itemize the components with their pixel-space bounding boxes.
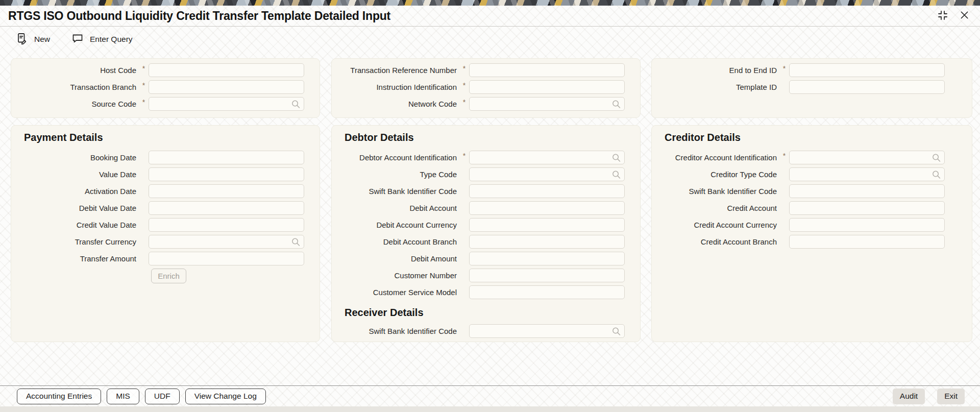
panel-header-right: End to End ID * Template ID	[651, 58, 972, 118]
host-code-label: Host Code	[11, 66, 139, 75]
transaction-reference-number-input[interactable]	[469, 63, 625, 77]
host-code-input[interactable]	[149, 63, 304, 77]
network-code-search-icon[interactable]	[611, 99, 621, 109]
view-change-log-button[interactable]: View Change Log	[185, 389, 266, 404]
instruction-identification-input[interactable]	[469, 80, 625, 94]
field-debit-account-branch: Debit Account Branch	[332, 235, 640, 249]
accounting-entries-button[interactable]: Accounting Entries	[17, 389, 101, 404]
network-code-label: Network Code	[332, 100, 459, 108]
field-transaction-branch: Transaction Branch *	[11, 80, 320, 94]
transfer-currency-input[interactable]	[149, 235, 304, 249]
transfer-amount-input[interactable]	[149, 252, 304, 265]
restore-icon	[937, 9, 949, 23]
source-code-label: Source Code	[11, 100, 139, 108]
debit-account-currency-input[interactable]	[469, 218, 625, 232]
exit-button[interactable]: Exit	[937, 389, 965, 404]
field-credit-account-currency: Credit Account Currency	[652, 218, 972, 232]
transfer-currency-label: Transfer Currency	[11, 237, 139, 246]
credit-account-input[interactable]	[789, 201, 945, 215]
source-code-input[interactable]	[149, 97, 304, 111]
debtor-details-title: Debtor Details	[345, 126, 640, 151]
creditor-account-identification-label: Creditor Account Identification	[652, 153, 779, 162]
page-title: RTGS ISO Outbound Liquidity Credit Trans…	[8, 9, 390, 23]
value-date-input[interactable]	[149, 167, 304, 181]
new-button-label: New	[34, 35, 50, 44]
debit-value-date-input[interactable]	[149, 201, 304, 215]
required-marker: *	[459, 98, 469, 106]
template-id-input[interactable]	[789, 80, 945, 94]
debtor-account-identification-label: Debtor Account Identification	[332, 153, 459, 162]
debit-account-branch-input[interactable]	[469, 235, 625, 249]
field-credit-account: Credit Account	[652, 201, 972, 215]
field-host-code: Host Code *	[11, 63, 320, 77]
window-controls	[936, 9, 971, 22]
debit-amount-label: Debit Amount	[332, 254, 459, 263]
decorative-banner	[0, 0, 980, 6]
mis-button[interactable]: MIS	[107, 389, 139, 404]
enter-query-label: Enter Query	[90, 35, 133, 44]
creditor-swift-bank-identifier-code-label: Swift Bank Identifier Code	[652, 187, 779, 196]
creditor-type-code-input[interactable]	[789, 167, 945, 181]
field-debit-amount: Debit Amount	[332, 252, 640, 265]
transfer-currency-search-icon[interactable]	[291, 237, 301, 247]
type-code-input[interactable]	[469, 167, 625, 181]
enrich-button[interactable]: Enrich	[151, 269, 186, 283]
field-end-to-end-id: End to End ID *	[652, 63, 972, 77]
enter-query-button[interactable]: Enter Query	[71, 32, 133, 46]
required-marker: *	[139, 64, 149, 72]
receiver-swift-bank-identifier-code-search-icon[interactable]	[611, 326, 621, 336]
audit-button[interactable]: Audit	[893, 389, 925, 404]
creditor-type-code-label: Creditor Type Code	[652, 170, 779, 179]
creditor-swift-bank-identifier-code-input[interactable]	[789, 184, 945, 198]
field-debtor-account-identification: Debtor Account Identification *	[332, 151, 640, 164]
end-to-end-id-label: End to End ID	[652, 66, 779, 75]
debtor-swift-bank-identifier-code-input[interactable]	[469, 184, 625, 198]
credit-account-currency-label: Credit Account Currency	[652, 221, 779, 229]
field-source-code: Source Code *	[11, 97, 320, 111]
toolbar: New Enter Query	[0, 27, 133, 52]
end-to-end-id-input[interactable]	[789, 63, 945, 77]
restore-button[interactable]	[936, 9, 949, 22]
field-debit-value-date: Debit Value Date	[11, 201, 320, 215]
creditor-details-title: Creditor Details	[665, 126, 972, 151]
field-creditor-account-identification: Creditor Account Identification *	[652, 151, 972, 164]
required-marker: *	[459, 81, 469, 89]
network-code-input[interactable]	[469, 97, 625, 111]
credit-account-label: Credit Account	[652, 204, 779, 212]
field-instruction-identification: Instruction Identification *	[332, 80, 640, 94]
field-customer-number: Customer Number	[332, 269, 640, 282]
title-bar: RTGS ISO Outbound Liquidity Credit Trans…	[0, 6, 980, 27]
creditor-account-identification-search-icon[interactable]	[932, 153, 941, 162]
credit-account-branch-input[interactable]	[789, 235, 945, 249]
field-transfer-currency: Transfer Currency	[11, 235, 320, 249]
debtor-account-identification-input[interactable]	[469, 151, 625, 164]
udf-button[interactable]: UDF	[145, 389, 180, 404]
credit-value-date-input[interactable]	[149, 218, 304, 232]
transaction-branch-input[interactable]	[149, 80, 304, 94]
required-marker: *	[459, 152, 469, 160]
debit-amount-input[interactable]	[469, 252, 625, 265]
debit-account-input[interactable]	[469, 201, 625, 215]
new-button[interactable]: New	[16, 32, 50, 47]
creditor-account-identification-input[interactable]	[789, 151, 945, 164]
field-debtor-swift-bank-identifier-code: Swift Bank Identifier Code	[332, 184, 640, 198]
receiver-swift-bank-identifier-code-input[interactable]	[469, 324, 625, 338]
close-icon	[959, 10, 970, 22]
booking-date-input[interactable]	[149, 151, 304, 164]
type-code-search-icon[interactable]	[611, 169, 621, 179]
transaction-branch-label: Transaction Branch	[11, 83, 139, 91]
close-button[interactable]	[958, 9, 971, 22]
activation-date-input[interactable]	[149, 184, 304, 198]
credit-account-currency-input[interactable]	[789, 218, 945, 232]
payment-details-title: Payment Details	[24, 126, 320, 151]
field-booking-date: Booking Date	[11, 151, 320, 164]
creditor-type-code-search-icon[interactable]	[932, 169, 941, 179]
required-marker: *	[459, 64, 469, 72]
required-marker: *	[139, 81, 149, 89]
credit-value-date-label: Credit Value Date	[11, 221, 139, 229]
customer-service-model-input[interactable]	[469, 285, 625, 299]
customer-number-input[interactable]	[469, 269, 625, 282]
field-creditor-type-code: Creditor Type Code	[652, 167, 972, 181]
source-code-search-icon[interactable]	[291, 99, 301, 109]
debtor-account-identification-search-icon[interactable]	[611, 153, 621, 162]
